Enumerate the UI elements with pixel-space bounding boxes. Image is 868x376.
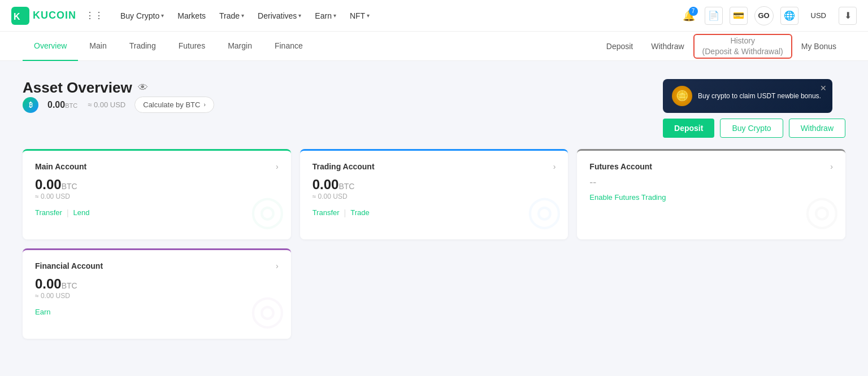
balance-usd: ≈ 0.00 USD [88,100,125,109]
wallet-icon-button[interactable]: 💳 [730,7,748,25]
document-icon: 📄 [708,10,719,21]
chevron-down-icon: ▾ [241,12,244,19]
btc-icon: ₿ [23,97,38,113]
avatar-button[interactable]: GO [754,6,774,25]
trading-transfer-link[interactable]: Transfer [313,208,340,217]
globe-icon: 🌐 [784,10,795,21]
balance-amount: 0.00BTC [47,100,77,110]
trading-account-arrow-icon[interactable]: › [553,162,556,171]
financial-account-usd: ≈ 0.00 USD [35,292,279,300]
subnav-margin[interactable]: Margin [216,32,263,61]
nav-trade[interactable]: Trade ▾ [214,8,250,24]
promo-icon: 🪙 [672,86,692,106]
subnav-finance[interactable]: Finance [263,32,314,61]
trading-account-actions: Transfer | Trade [313,208,556,217]
kucoin-logo-icon: K [11,7,29,25]
subnav-right: Deposit Withdraw History(Deposit & Withd… [597,32,845,61]
nav-derivatives[interactable]: Derivatives ▾ [252,8,307,24]
subnav-futures[interactable]: Futures [167,32,216,61]
account-cards-row-1: Main Account › 0.00BTC ≈ 0.00 USD Transf… [23,149,845,239]
document-icon-button[interactable]: 📄 [705,7,723,25]
trading-account-title: Trading Account [313,162,375,171]
financial-account-arrow-icon[interactable]: › [276,261,279,270]
trading-account-card: Trading Account › 0.00BTC ≈ 0.00 USD Tra… [300,149,568,239]
main-transfer-link[interactable]: Transfer [35,208,62,217]
financial-account-card: Financial Account › 0.00BTC ≈ 0.00 USD E… [23,248,291,339]
main-content: Asset Overview 👁 ₿ 0.00BTC ≈ 0.00 USD Ca… [0,61,868,376]
main-account-usd: ≈ 0.00 USD [35,193,279,200]
financial-account-actions: Earn [35,308,279,316]
svg-text:K: K [14,12,20,21]
financial-card-header: Financial Account › [35,261,279,270]
trading-trade-link[interactable]: Trade [350,208,369,217]
currency-selector[interactable]: USD [805,9,832,22]
subnav-left: Overview Main Trading Futures Margin Fin… [23,32,597,61]
download-icon: ⬇ [844,10,852,21]
logo[interactable]: K KUCOIN [11,7,76,25]
trading-account-usd: ≈ 0.00 USD [313,193,556,200]
chevron-down-icon: ▾ [333,12,336,19]
visibility-toggle-icon[interactable]: 👁 [138,82,148,94]
enable-futures-link[interactable]: Enable Futures Trading [589,193,833,202]
wallet-icon: 💳 [733,10,744,21]
empty-slot-2 [300,248,568,339]
main-card-header: Main Account › [35,162,279,171]
balance-row: ₿ 0.00BTC ≈ 0.00 USD Calculate by BTC › [23,97,214,113]
subnav-my-bonus[interactable]: My Bonus [792,32,845,61]
deposit-button[interactable]: Deposit [663,119,714,138]
chevron-down-icon: ▾ [367,12,370,19]
main-lend-link[interactable]: Lend [73,208,90,217]
futures-account-title: Futures Account [589,162,652,171]
buy-crypto-button[interactable]: Buy Crypto [720,119,783,138]
promo-close-icon[interactable]: ✕ [820,84,827,93]
subnav-trading[interactable]: Trading [118,32,167,61]
financial-earn-link[interactable]: Earn [35,308,50,316]
nav-right: 🔔 7 📄 💳 GO 🌐 USD ⬇ [680,6,857,25]
chevron-down-icon: ▾ [298,12,301,19]
logo-text: KUCOIN [33,10,76,21]
nav-buy-crypto[interactable]: Buy Crypto ▾ [115,8,170,24]
asset-overview-title: Asset Overview [23,79,132,97]
chevron-down-icon: ▾ [161,12,164,19]
nav-items: Buy Crypto ▾ Markets Trade ▾ Derivatives… [115,8,680,24]
subnav-withdraw[interactable]: Withdraw [642,32,693,61]
nav-markets[interactable]: Markets [172,8,211,24]
empty-slot-3 [577,248,845,339]
subnav-overview[interactable]: Overview [23,32,78,61]
nav-nft[interactable]: NFT ▾ [344,8,375,24]
action-buttons: Deposit Buy Crypto Withdraw [663,119,845,138]
trading-card-header: Trading Account › [313,162,556,171]
grid-menu-icon[interactable]: ⋮⋮ [85,10,103,21]
withdraw-button[interactable]: Withdraw [789,119,845,138]
chevron-right-icon: › [203,102,205,108]
financial-account-title: Financial Account [35,261,103,270]
nav-earn[interactable]: Earn ▾ [309,8,342,24]
account-cards-row-2: Financial Account › 0.00BTC ≈ 0.00 USD E… [23,248,845,339]
trading-account-amount: 0.00BTC [313,177,556,193]
main-account-card: Main Account › 0.00BTC ≈ 0.00 USD Transf… [23,149,291,239]
futures-account-arrow-icon[interactable]: › [830,162,833,171]
promo-banner: 🪙 Buy crypto to claim USDT newbie bonus.… [663,79,832,113]
notification-bell-button[interactable]: 🔔 7 [680,7,698,25]
subnav-main[interactable]: Main [78,32,118,61]
download-icon-button[interactable]: ⬇ [839,7,857,25]
globe-icon-button[interactable]: 🌐 [780,7,798,25]
top-navigation: K KUCOIN ⋮⋮ Buy Crypto ▾ Markets Trade ▾… [0,0,868,32]
promo-text: Buy crypto to claim USDT newbie bonus. [698,91,823,101]
calculate-by-btc-button[interactable]: Calculate by BTC › [134,97,214,113]
asset-title-row: Asset Overview 👁 [23,79,214,97]
notification-badge: 7 [689,7,698,16]
subnav-deposit[interactable]: Deposit [597,32,642,61]
subnav-history[interactable]: History(Deposit & Withdrawal) [693,34,792,59]
futures-dashes: -- [589,177,833,189]
btc-unit: BTC [65,102,77,109]
sub-navigation: Overview Main Trading Futures Margin Fin… [0,32,868,61]
asset-header: Asset Overview 👁 ₿ 0.00BTC ≈ 0.00 USD Ca… [23,79,845,138]
main-account-title: Main Account [35,162,86,171]
financial-account-amount: 0.00BTC [35,276,279,292]
main-account-actions: Transfer | Lend [35,208,279,217]
main-account-amount: 0.00BTC [35,177,279,193]
promo-action-panel: 🪙 Buy crypto to claim USDT newbie bonus.… [663,79,845,138]
futures-card-header: Futures Account › [589,162,833,171]
main-account-arrow-icon[interactable]: › [276,162,279,171]
